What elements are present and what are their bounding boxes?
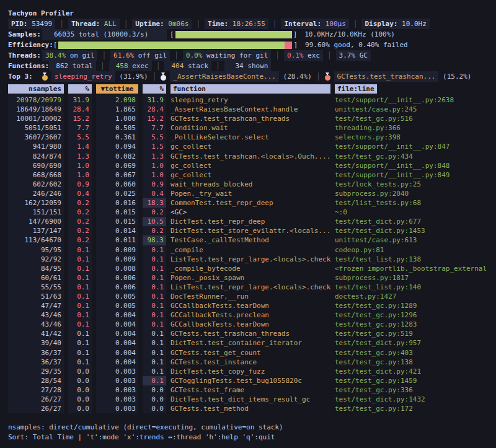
cell-direct-percent: 0.4: [68, 189, 92, 198]
cell-tottime: 0.004: [96, 338, 138, 348]
info-items: PID: 53499│ Thread: ALL│ Uptime: 0m06s│ …: [8, 19, 433, 29]
cell-cumulative-percent: 0.1: [143, 273, 166, 283]
cell-direct-percent: 0.1: [68, 301, 92, 310]
functions-line: Functions: 862 total│ 458 exec│ 404 stac…: [8, 61, 490, 71]
column-header-cumulative-percent[interactable]: %: [143, 84, 166, 94]
cell-tottime: 0.505: [96, 123, 138, 133]
separator: │: [124, 19, 128, 29]
cell-cumulative-percent: 0.1: [143, 301, 166, 310]
cell-function: GCTests.test_trashcan.<locals>.Ouch....: [170, 152, 330, 161]
cell-nsamples: 824/874: [8, 152, 64, 161]
cell-cumulative-percent: 0.0: [143, 385, 166, 395]
cell-nsamples: 36/37: [8, 348, 64, 358]
cell-nsamples: 162/12059: [8, 198, 64, 208]
table-row: 602/602 0.9 0.060 0.9 wait_threads_block…: [8, 180, 490, 189]
functions-count: 458: [112, 61, 128, 71]
cell-tottime: 0.003: [96, 367, 138, 376]
efficiency-line: Efficiency:[] 99.60% good, 0.40% failed: [8, 40, 490, 50]
functions-segment: 34 shown: [224, 61, 272, 71]
table-row: 43/46 0.1 0.004 0.1 GCCallbackTests.tear…: [8, 320, 490, 329]
efficiency-bar: [58, 42, 292, 49]
cell-function: DictTest.test_dict_items_result_gc: [170, 395, 330, 404]
separator: │: [174, 50, 179, 61]
cell-tottime: 0.015: [96, 217, 138, 226]
cell-direct-percent: 0.1: [68, 283, 92, 292]
info-item: Interval: 100µs: [281, 19, 348, 29]
cell-tottime: 0.009: [96, 255, 138, 264]
info-bar: PID: 53499│ Thread: ALL│ Uptime: 0m06s│ …: [8, 19, 490, 29]
cell-cumulative-percent: 0.0: [143, 395, 166, 404]
cell-function: CommonTest.test_repr_deep: [170, 198, 330, 208]
cell-tottime: 2.098: [96, 95, 138, 105]
info-label: Display:: [365, 20, 397, 28]
cell-tottime: 0.006: [96, 283, 138, 292]
table-row: 26/27 0.0 0.003 0.0 DictTest.test_dict_i…: [8, 395, 490, 404]
samples-rate: 10.0KHz/10.0KHz (100%): [304, 29, 395, 40]
threads-segment: 3.7% GC: [336, 50, 371, 61]
cell-tottime: 0.003: [96, 395, 138, 404]
column-header-tottime-sorted[interactable]: ▼tottime: [96, 84, 138, 94]
cell-tottime: 0.014: [96, 226, 138, 235]
table-row: 92/92 0.1 0.009 0.1 ListTest.test_repr_l…: [8, 255, 490, 264]
table-row: 5051/5051 7.7 0.505 7.7 Condition.wait t…: [8, 123, 490, 133]
column-header-nsamples[interactable]: nsamples: [8, 84, 64, 94]
threads-segment: 38.4% on gil: [42, 50, 97, 61]
threads-segment: 0.0% waiting for gil: [183, 50, 271, 61]
cell-nsamples: 95/95: [8, 245, 64, 255]
column-header-function[interactable]: function: [170, 84, 330, 94]
threads-percent: 0.1%: [287, 51, 304, 59]
functions-segment-label: total: [68, 62, 93, 70]
cell-nsamples: 51/63: [8, 292, 64, 301]
column-header-file-line[interactable]: file:line: [335, 84, 490, 94]
cell-nsamples: 137/147: [8, 226, 64, 235]
cell-tottime: 0.005: [96, 301, 138, 310]
table-row: 26/27 0.0 0.003 0.0 GCTests.test_method …: [8, 404, 490, 413]
info-value: ALL: [104, 20, 117, 28]
cell-cumulative-percent: 98.3: [143, 235, 166, 245]
cell-nsamples: 27/28: [8, 385, 64, 395]
cell-nsamples: 41/42: [8, 329, 64, 338]
separator: │: [275, 50, 280, 61]
info-label: PID:: [11, 20, 28, 28]
top3-percent: (31.9%): [119, 71, 148, 82]
functions-label: Functions:: [8, 61, 49, 71]
threads-segment-label: exc: [303, 51, 320, 59]
cell-nsamples: 43/46: [8, 310, 64, 320]
info-label: Time:: [208, 20, 228, 28]
samples-label: Samples:: [8, 29, 42, 40]
column-header-direct-percent[interactable]: %: [68, 84, 92, 94]
cell-tottime: 0.003: [96, 404, 138, 413]
cell-nsamples: 3607/3607: [8, 133, 64, 142]
functions-segment-label: shown: [244, 62, 268, 70]
cell-tottime: 0.004: [96, 348, 138, 358]
table-row: 27/28 0.0 0.003 0.0 GCTests.test_frame t…: [8, 385, 490, 395]
cell-nsamples: 26/27: [8, 404, 64, 413]
cell-cumulative-percent: 31.9: [143, 95, 166, 105]
cell-direct-percent: 0.1: [68, 320, 92, 329]
cell-direct-percent: 0.2: [68, 217, 92, 226]
functions-segment: 458 exec: [109, 61, 152, 71]
cell-direct-percent: 31.9: [68, 95, 92, 105]
cell-file-line: test/test_dict.py:677: [335, 217, 490, 226]
info-value: 10.0Hz: [402, 20, 427, 28]
info-item: PID: 53499: [8, 19, 55, 29]
cell-cumulative-percent: 0.1: [143, 245, 166, 255]
cell-nsamples: 47/47: [8, 301, 64, 310]
cell-tottime: 0.067: [96, 170, 138, 180]
samples-progress-bar: [175, 31, 292, 38]
table-row: 113/64670 0.2 0.011 98.3 TestCase._callT…: [8, 235, 490, 245]
cell-direct-percent: 0.1: [68, 348, 92, 358]
cell-function: gc_collect: [170, 142, 330, 151]
table-row: 3607/3607 5.5 0.361 5.5 _PollLikeSelecto…: [8, 133, 490, 142]
table-row: 36/37 0.1 0.004 0.1 GCTests.test_get_cou…: [8, 348, 490, 358]
cell-cumulative-percent: 10.5: [143, 217, 166, 226]
cell-cumulative-percent: 0.1: [143, 338, 166, 348]
cell-tottime: 0.011: [96, 235, 138, 245]
cell-function: ListTest.test_repr_large.<locals>.check: [170, 283, 330, 292]
separator: │: [316, 71, 321, 82]
cell-tottime: 0.003: [96, 376, 138, 385]
threads-percent: 0.0%: [186, 51, 203, 59]
table-row: 10001/10002 15.2 1.000 15.2 GCTests.test…: [8, 114, 490, 123]
cell-file-line: test/support/__init__.py:2638: [335, 95, 490, 105]
cell-tottime: 0.005: [96, 292, 138, 301]
